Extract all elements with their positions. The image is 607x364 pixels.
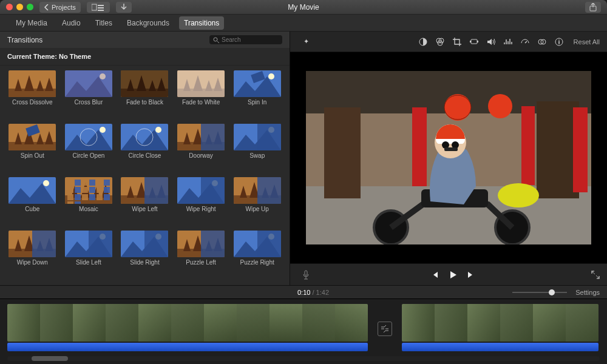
transition-wipe-left[interactable]: Wipe Left <box>120 177 170 227</box>
next-frame-button[interactable] <box>465 269 477 281</box>
transition-puzzle-right[interactable]: Puzzle Right <box>232 231 282 280</box>
transition-slide-right[interactable]: Slide Right <box>120 231 170 280</box>
svg-rect-82 <box>257 231 281 257</box>
audio-track-1[interactable] <box>7 343 368 351</box>
transition-swap[interactable]: Swap <box>232 124 282 174</box>
transition-mosaic[interactable]: Mosaic <box>64 177 114 227</box>
preview-viewer <box>290 52 607 263</box>
transition-cube[interactable]: Cube <box>7 177 58 227</box>
search-field[interactable] <box>209 35 282 44</box>
svg-point-112 <box>498 183 539 207</box>
tab-backgrounds[interactable]: Backgrounds <box>122 16 174 30</box>
speed-icon[interactable] <box>518 35 532 49</box>
transition-wipe-right[interactable]: Wipe Right <box>176 177 226 227</box>
play-button[interactable] <box>447 269 459 281</box>
enhance-icon[interactable]: ✦ <box>299 35 313 49</box>
transition-label: Spin Out <box>21 152 44 159</box>
svg-rect-13 <box>121 70 168 97</box>
svg-rect-55 <box>97 194 103 200</box>
transition-slide-left[interactable]: Slide Left <box>64 231 114 280</box>
transition-thumb <box>177 124 225 150</box>
timeline-scrollbar[interactable] <box>7 356 600 361</box>
transition-thumb <box>234 70 281 97</box>
transition-label: Wipe Down <box>17 259 48 266</box>
svg-point-18 <box>268 73 274 79</box>
time-row: 0:10 / 1:42 Settings <box>0 285 607 298</box>
tab-audio[interactable]: Audio <box>57 16 86 30</box>
viewer-toolbar: ✦ Reset All <box>290 32 607 52</box>
transitions-grid: Cross DissolveCross BlurFade to BlackFad… <box>0 66 290 285</box>
audio-track-2[interactable] <box>402 343 599 351</box>
transition-thumb <box>234 177 281 204</box>
titlebar: Projects My Movie <box>0 0 607 15</box>
transition-marker[interactable] <box>378 322 392 336</box>
preview-frame[interactable] <box>306 71 591 244</box>
voiceover-icon[interactable] <box>299 268 313 281</box>
noise-reduction-icon[interactable] <box>501 35 515 49</box>
fullscreen-button[interactable] <box>591 271 600 279</box>
transition-spin-out[interactable]: Spin Out <box>7 124 58 174</box>
svg-rect-58 <box>75 201 81 204</box>
stabilization-icon[interactable] <box>467 35 481 49</box>
zoom-slider[interactable] <box>512 292 567 293</box>
transition-doorway[interactable]: Doorway <box>176 124 226 174</box>
clip-1[interactable] <box>7 304 368 351</box>
svg-rect-100 <box>521 106 535 185</box>
search-input[interactable] <box>222 36 279 43</box>
settings-button[interactable]: Settings <box>575 289 600 296</box>
back-to-projects-button[interactable]: Projects <box>39 2 81 13</box>
transition-cross-dissolve[interactable]: Cross Dissolve <box>7 70 58 120</box>
timeline[interactable] <box>0 298 607 364</box>
svg-rect-52 <box>75 194 81 200</box>
duration: 1:42 <box>316 289 329 296</box>
transition-puzzle-left[interactable]: Puzzle Left <box>176 231 226 280</box>
svg-rect-40 <box>75 180 81 186</box>
back-label: Projects <box>52 4 76 11</box>
svg-point-27 <box>155 127 161 133</box>
svg-point-102 <box>444 94 471 121</box>
library-list-toggle[interactable] <box>87 2 110 13</box>
transition-thumb <box>8 231 56 257</box>
transition-circle-close[interactable]: Circle Close <box>120 124 170 174</box>
transition-thumb <box>177 231 225 257</box>
minimize-window-button[interactable] <box>16 4 23 10</box>
svg-rect-98 <box>537 101 579 198</box>
svg-rect-34 <box>257 124 281 150</box>
close-window-button[interactable] <box>6 4 13 10</box>
svg-point-36 <box>43 180 49 186</box>
transition-cross-blur[interactable]: Cross Blur <box>64 70 114 120</box>
transition-fade-to-white[interactable]: Fade to White <box>176 70 226 120</box>
transition-spin-in[interactable]: Spin In <box>232 70 282 120</box>
svg-rect-101 <box>573 107 588 192</box>
transition-wipe-up[interactable]: Wipe Up <box>232 177 282 227</box>
transition-label: Doorway <box>189 152 212 159</box>
prev-frame-button[interactable] <box>429 269 441 281</box>
svg-rect-48 <box>89 187 95 193</box>
svg-rect-70 <box>32 231 56 257</box>
tab-titles[interactable]: Titles <box>90 16 117 30</box>
clip-filter-icon[interactable] <box>535 35 549 49</box>
transition-fade-to-black[interactable]: Fade to Black <box>120 70 170 120</box>
transition-wipe-down[interactable]: Wipe Down <box>7 231 58 280</box>
svg-rect-42 <box>89 180 95 186</box>
svg-rect-64 <box>201 177 225 204</box>
crop-icon[interactable] <box>450 35 464 49</box>
share-button[interactable] <box>585 2 601 13</box>
reset-all-button[interactable]: Reset All <box>574 38 600 46</box>
clip-2[interactable] <box>402 304 599 351</box>
svg-rect-46 <box>75 187 81 193</box>
svg-rect-49 <box>97 187 103 193</box>
tab-my-media[interactable]: My Media <box>11 16 52 30</box>
transition-label: Puzzle Right <box>240 259 274 266</box>
import-button[interactable] <box>116 2 132 13</box>
color-correction-icon[interactable] <box>433 35 447 49</box>
svg-rect-99 <box>412 107 427 186</box>
volume-icon[interactable] <box>484 35 498 49</box>
svg-point-24 <box>100 127 106 133</box>
tab-transitions[interactable]: Transitions <box>179 16 224 30</box>
color-balance-icon[interactable] <box>416 35 430 49</box>
info-icon[interactable] <box>552 35 566 49</box>
transition-thumb <box>65 177 112 204</box>
transition-circle-open[interactable]: Circle Open <box>64 124 114 174</box>
zoom-window-button[interactable] <box>27 4 33 10</box>
